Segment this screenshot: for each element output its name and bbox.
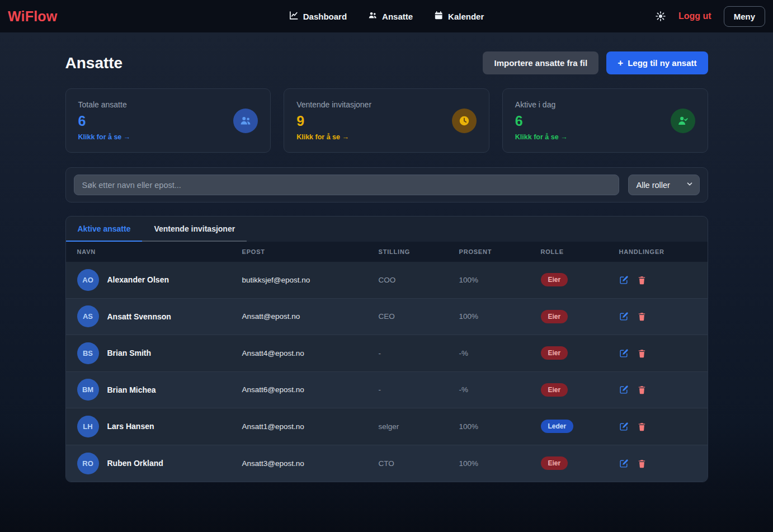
search-input[interactable] — [74, 175, 619, 195]
stat-value: 6 — [515, 113, 568, 129]
stat-card-pending-invitations[interactable]: Ventende invitasjoner 9 Klikk for å se → — [284, 88, 489, 153]
employee-email: Ansatt6@epost.no — [242, 385, 379, 394]
role-badge: Eier — [541, 383, 568, 397]
tab-pending-invitations[interactable]: Ventende invitasjoner — [142, 216, 247, 242]
employee-percent: 100% — [459, 422, 541, 431]
employees-table-card: Aktive ansatte Ventende invitasjoner NAV… — [65, 216, 708, 482]
employee-name: Brian Smith — [107, 349, 152, 357]
page-content: Ansatte Importere ansatte fra fil + Legg… — [0, 32, 773, 532]
delete-button[interactable] — [637, 422, 647, 431]
menu-button[interactable]: Meny — [724, 6, 765, 27]
column-header-navn: NAVN — [77, 248, 242, 255]
edit-button[interactable] — [619, 422, 629, 431]
users-icon — [233, 109, 258, 133]
employee-percent: 100% — [459, 312, 541, 321]
edit-button[interactable] — [619, 312, 629, 321]
chart-line-icon — [289, 11, 299, 22]
table-tabs: Aktive ansatte Ventende invitasjoner — [66, 216, 708, 242]
delete-button[interactable] — [637, 275, 647, 285]
calendar-icon — [434, 11, 444, 22]
nav-item-dashboard[interactable]: Dashboard — [289, 11, 347, 22]
avatar: BM — [77, 379, 99, 401]
navbar-right: Logg ut Meny — [655, 6, 765, 27]
edit-button[interactable] — [619, 349, 629, 358]
table-row: BS Brian Smith Ansatt4@epost.no - -% Eie… — [66, 335, 708, 372]
avatar: AO — [77, 269, 99, 291]
logout-link[interactable]: Logg ut — [678, 11, 711, 21]
stat-card-active-today[interactable]: Aktive i dag 6 Klikk for å se → — [502, 88, 708, 153]
employee-position: selger — [379, 422, 459, 431]
tab-active-employees[interactable]: Aktive ansatte — [66, 216, 143, 242]
stat-value: 6 — [78, 113, 131, 129]
employee-email: Ansatt@epost.no — [242, 312, 379, 321]
employee-email: butikksjef@epost.no — [242, 276, 379, 284]
employee-position: CTO — [379, 459, 459, 468]
employee-percent: -% — [459, 385, 541, 394]
stat-link[interactable]: Klikk for å se → — [515, 133, 568, 141]
employee-email: Ansatt1@epost.no — [242, 422, 379, 431]
role-filter-select[interactable]: Alle roller — [628, 175, 700, 195]
employee-percent: -% — [459, 349, 541, 357]
employee-email: Ansatt4@epost.no — [242, 349, 379, 357]
role-badge: Leder — [541, 420, 574, 433]
stat-link[interactable]: Klikk for å se → — [296, 133, 371, 141]
stat-value: 9 — [296, 113, 371, 129]
filter-panel: Alle roller — [65, 167, 708, 203]
avatar: BS — [77, 342, 99, 364]
edit-button[interactable] — [619, 385, 629, 394]
nav-item-kalender[interactable]: Kalender — [434, 11, 484, 22]
delete-button[interactable] — [637, 312, 647, 321]
employee-email: Ansatt3@epost.no — [242, 459, 379, 468]
role-badge: Eier — [541, 310, 568, 323]
user-check-icon — [671, 109, 695, 133]
brand-logo[interactable]: WiFlow — [8, 8, 57, 25]
edit-button[interactable] — [619, 459, 629, 468]
table-row: BM Brian Michea Ansatt6@epost.no - -% Ei… — [66, 372, 708, 409]
table-row: RO Ruben Orkland Ansatt3@epost.no CTO 10… — [66, 445, 708, 482]
theme-toggle-sun-icon[interactable] — [655, 11, 666, 22]
chevron-down-icon — [686, 180, 694, 190]
stat-label: Aktive i dag — [515, 100, 568, 109]
table-header-row: NAVN EPOST STILLING PROSENT ROLLE HANDLI… — [66, 242, 708, 262]
add-employee-button[interactable]: + Legg til ny ansatt — [606, 51, 708, 74]
delete-button[interactable] — [637, 385, 647, 394]
table-row: AO Alexander Olsen butikksjef@epost.no C… — [66, 262, 708, 299]
delete-button[interactable] — [637, 349, 647, 358]
column-header-prosent: PROSENT — [459, 248, 541, 255]
top-navbar: WiFlow Dashboard Ansatte Kalender Logg u… — [0, 0, 773, 32]
table-body: AO Alexander Olsen butikksjef@epost.no C… — [66, 262, 708, 482]
column-header-epost: EPOST — [242, 248, 379, 255]
column-header-rolle: ROLLE — [541, 248, 619, 255]
stat-label: Totale ansatte — [78, 100, 131, 109]
plus-icon: + — [618, 58, 623, 68]
avatar: RO — [77, 453, 99, 474]
stat-cards: Totale ansatte 6 Klikk for å se → Venten… — [65, 88, 708, 153]
stat-link[interactable]: Klikk for å se → — [78, 133, 131, 141]
stat-card-total-employees[interactable]: Totale ansatte 6 Klikk for å se → — [65, 88, 271, 153]
column-header-stilling: STILLING — [379, 248, 459, 255]
employee-position: COO — [379, 276, 459, 284]
delete-button[interactable] — [637, 459, 647, 468]
avatar: LH — [77, 416, 99, 437]
avatar: AS — [77, 305, 99, 327]
employee-position: - — [379, 385, 459, 394]
employee-name: Ansatt Svennson — [107, 312, 171, 321]
employee-percent: 100% — [459, 459, 541, 468]
employee-name: Brian Michea — [107, 385, 156, 394]
role-badge: Eier — [541, 456, 568, 470]
edit-button[interactable] — [619, 275, 629, 285]
stat-label: Ventende invitasjoner — [296, 100, 371, 109]
employee-name: Lars Hansen — [107, 422, 154, 431]
clock-icon — [452, 109, 477, 133]
employee-position: - — [379, 349, 459, 357]
employee-position: CEO — [379, 312, 459, 321]
role-badge: Eier — [541, 273, 568, 286]
table-row: AS Ansatt Svennson Ansatt@epost.no CEO 1… — [66, 299, 708, 336]
import-employees-button[interactable]: Importere ansatte fra fil — [483, 51, 598, 74]
employee-name: Ruben Orkland — [107, 459, 163, 468]
table-row: LH Lars Hansen Ansatt1@epost.no selger 1… — [66, 408, 708, 445]
nav-item-ansatte[interactable]: Ansatte — [368, 11, 413, 22]
employee-name: Alexander Olsen — [107, 275, 169, 284]
users-icon — [368, 11, 378, 22]
employee-percent: 100% — [459, 276, 541, 284]
